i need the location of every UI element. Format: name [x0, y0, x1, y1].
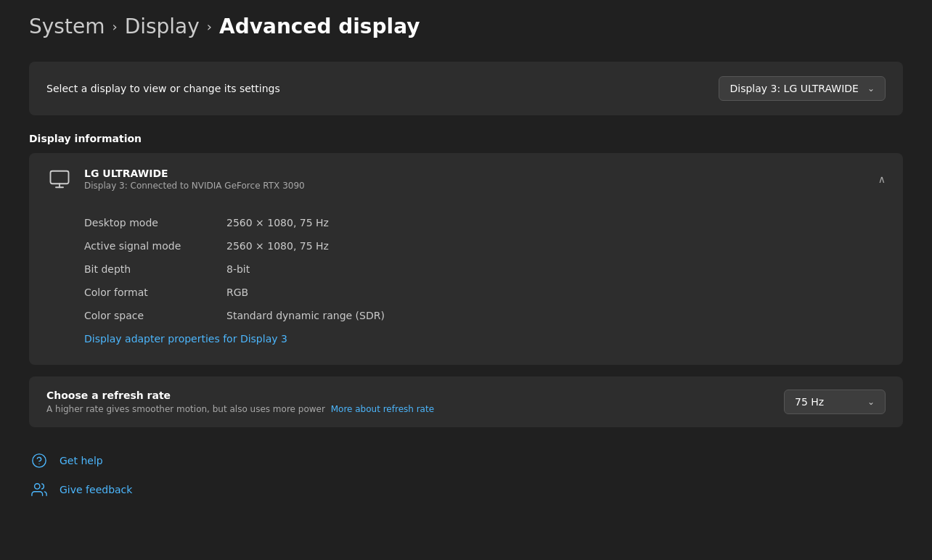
- display-header[interactable]: LG ULTRAWIDE Display 3: Connected to NVI…: [29, 153, 903, 205]
- display-info-card: LG ULTRAWIDE Display 3: Connected to NVI…: [29, 153, 903, 365]
- monitor-icon: [46, 166, 73, 192]
- detail-row-signal-mode: Active signal mode 2560 × 1080, 75 Hz: [84, 234, 886, 258]
- display-monitor-name: LG ULTRAWIDE: [84, 168, 305, 179]
- breadcrumb-separator-1: ›: [112, 19, 117, 34]
- detail-label-color-format: Color format: [84, 287, 215, 298]
- refresh-rate-learn-more-link[interactable]: More about refresh rate: [331, 404, 434, 414]
- detail-value-bit-depth: 8-bit: [226, 263, 250, 275]
- detail-label-color-space: Color space: [84, 310, 215, 321]
- display-selector-label: Select a display to view or change its s…: [46, 83, 280, 94]
- refresh-rate-title: Choose a refresh rate: [46, 390, 784, 401]
- detail-row-color-space: Color space Standard dynamic range (SDR): [84, 304, 886, 327]
- get-help-link[interactable]: Get help: [60, 455, 103, 466]
- display-info-heading: Display information: [29, 133, 903, 144]
- adapter-properties-link[interactable]: Display adapter properties for Display 3: [84, 327, 886, 350]
- detail-row-color-format: Color format RGB: [84, 281, 886, 304]
- svg-rect-0: [51, 171, 69, 184]
- detail-value-color-format: RGB: [226, 287, 248, 298]
- refresh-rate-left: Choose a refresh rate A higher rate give…: [46, 390, 784, 414]
- display-header-left: LG ULTRAWIDE Display 3: Connected to NVI…: [46, 166, 305, 192]
- detail-label-signal-mode: Active signal mode: [84, 240, 215, 252]
- svg-point-5: [35, 484, 40, 489]
- display-selector-dropdown[interactable]: Display 3: LG ULTRAWIDE ⌄: [719, 76, 886, 101]
- get-help-icon: [29, 450, 49, 471]
- give-feedback-item[interactable]: Give feedback: [29, 479, 903, 500]
- display-header-info: LG ULTRAWIDE Display 3: Connected to NVI…: [84, 168, 305, 191]
- detail-row-desktop-mode: Desktop mode 2560 × 1080, 75 Hz: [84, 211, 886, 234]
- breadcrumb-system[interactable]: System: [29, 15, 105, 38]
- breadcrumb: System › Display › Advanced display: [29, 15, 903, 38]
- refresh-rate-description: A higher rate gives smoother motion, but…: [46, 404, 784, 414]
- collapse-icon: ∧: [878, 173, 886, 185]
- refresh-rate-dropdown[interactable]: 75 Hz ⌄: [784, 390, 886, 414]
- refresh-rate-dropdown-value: 75 Hz: [795, 396, 824, 408]
- give-feedback-link[interactable]: Give feedback: [60, 484, 132, 495]
- give-feedback-icon: [29, 479, 49, 500]
- display-selector-bar: Select a display to view or change its s…: [29, 62, 903, 115]
- display-details: Desktop mode 2560 × 1080, 75 Hz Active s…: [29, 205, 903, 365]
- detail-row-bit-depth: Bit depth 8-bit: [84, 258, 886, 281]
- breadcrumb-current: Advanced display: [219, 15, 420, 38]
- detail-value-signal-mode: 2560 × 1080, 75 Hz: [226, 240, 329, 252]
- detail-value-desktop-mode: 2560 × 1080, 75 Hz: [226, 217, 329, 228]
- display-monitor-subtitle: Display 3: Connected to NVIDIA GeForce R…: [84, 181, 305, 191]
- refresh-rate-desc-text: A higher rate gives smoother motion, but…: [46, 404, 325, 414]
- display-dropdown-value: Display 3: LG ULTRAWIDE: [729, 83, 858, 94]
- breadcrumb-display[interactable]: Display: [125, 15, 200, 38]
- detail-value-color-space: Standard dynamic range (SDR): [226, 310, 385, 321]
- refresh-rate-dropdown-chevron-icon: ⌄: [867, 397, 875, 407]
- detail-label-bit-depth: Bit depth: [84, 263, 215, 275]
- display-dropdown-chevron-icon: ⌄: [867, 83, 875, 94]
- svg-point-3: [33, 454, 46, 467]
- detail-label-desktop-mode: Desktop mode: [84, 217, 215, 228]
- breadcrumb-separator-2: ›: [207, 19, 212, 34]
- refresh-rate-card: Choose a refresh rate A higher rate give…: [29, 376, 903, 427]
- footer-links: Get help Give feedback: [29, 450, 903, 500]
- get-help-item[interactable]: Get help: [29, 450, 903, 471]
